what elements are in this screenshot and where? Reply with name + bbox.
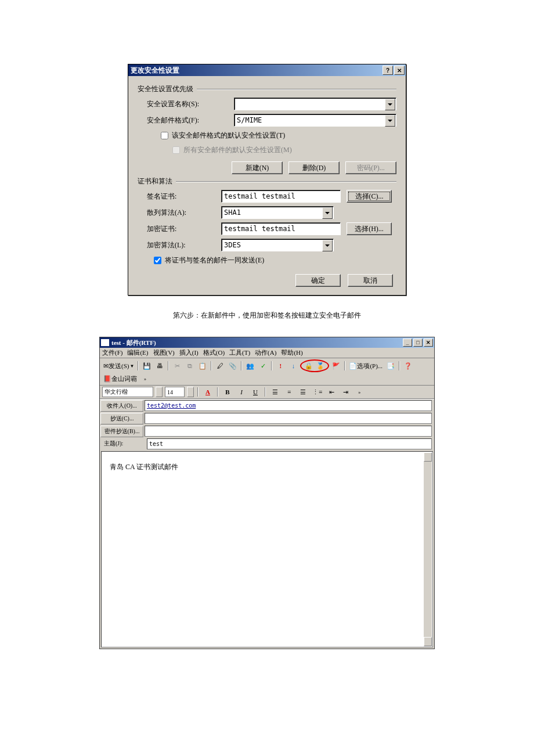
mail-body-text: 青岛 CA 证书测试邮件 [110, 462, 424, 472]
dialog-titlebar: 更改安全性设置 ? ✕ [128, 64, 406, 76]
align-center-icon[interactable]: ≡ [283, 387, 295, 397]
subject-label: 主题(J): [100, 438, 146, 449]
importance-high-icon[interactable]: ! [275, 361, 286, 371]
menu-tools[interactable]: 工具(T) [229, 348, 250, 357]
size-select[interactable]: 14 [165, 387, 185, 397]
default-all-check-label: 所有安全邮件的默认安全性设置(M) [183, 145, 292, 155]
enc-cert-field[interactable]: testmail testmail [221, 222, 341, 235]
bullets-icon[interactable]: ⋮≡ [311, 387, 323, 397]
menu-file[interactable]: 文件(F) [102, 348, 122, 357]
chevron-down-icon[interactable] [385, 115, 395, 127]
font-color-icon[interactable]: A [202, 387, 214, 397]
chevron-down-icon[interactable] [385, 99, 395, 110]
close-button[interactable]: ✕ [394, 66, 405, 75]
cert-group-label: 证书和算法 [138, 177, 396, 186]
signature-icon[interactable]: 🖊 [214, 361, 226, 371]
choose-sign-cert-button[interactable]: 选择(C)... [347, 190, 392, 203]
checknames-icon[interactable]: ✓ [257, 361, 269, 371]
bcc-field[interactable] [145, 426, 432, 437]
menu-insert[interactable]: 插入(I) [179, 348, 199, 357]
send-cert-checkbox[interactable] [154, 257, 161, 264]
font-select-value: 华文行楷 [104, 388, 128, 396]
help-icon[interactable]: ❓ [402, 361, 414, 371]
toolbar-chevron-icon[interactable]: » [139, 373, 151, 384]
chevron-down-icon[interactable] [156, 387, 163, 397]
mail-titlebar: test - 邮件(RTF) _ □ ✕ [100, 337, 434, 348]
scrollbar[interactable] [424, 452, 432, 646]
to-button[interactable]: 收件人(O)... [100, 400, 143, 412]
minimize-button[interactable]: _ [403, 339, 412, 347]
addressbook-icon[interactable]: 👥 [244, 361, 256, 371]
default-all-checkbox[interactable] [172, 146, 180, 154]
to-value: test2@test.com [147, 402, 196, 409]
align-left-icon[interactable]: ☰ [269, 387, 281, 397]
menu-view[interactable]: 视图(V) [153, 348, 175, 357]
default-format-check-label: 该安全邮件格式的默认安全性设置(T) [172, 131, 285, 141]
enc-cert-value: testmail testmail [224, 225, 295, 233]
print-icon[interactable]: 🖶 [154, 361, 165, 371]
menu-format[interactable]: 格式(O) [203, 348, 225, 357]
mail-format-label: 安全邮件格式(F): [138, 116, 234, 125]
subject-value: test [149, 441, 163, 447]
sign-cert-field[interactable]: testmail testmail [221, 190, 341, 203]
enc-algo-value: 3DES [224, 241, 241, 249]
align-right-icon[interactable]: ☰ [297, 387, 309, 397]
maximize-button[interactable]: □ [413, 339, 423, 347]
menu-help[interactable]: 帮助(H) [281, 348, 302, 357]
toolbar-chevron-icon[interactable]: » [353, 387, 365, 397]
font-select[interactable]: 华文行楷 [102, 387, 153, 397]
paste-icon[interactable]: 📋 [197, 361, 208, 371]
chevron-down-icon[interactable] [322, 240, 333, 251]
save-icon[interactable]: 💾 [141, 361, 153, 371]
cc-button[interactable]: 抄送(C)... [100, 413, 143, 424]
default-format-checkbox[interactable] [161, 132, 168, 139]
indent-icon[interactable]: ⇥ [340, 387, 351, 397]
mail-body-area[interactable]: 青岛 CA 证书测试邮件 [101, 451, 433, 647]
subject-field[interactable]: test [147, 438, 432, 449]
priority-group-label: 安全性设置优先级 [138, 84, 396, 94]
enc-algo-select[interactable]: 3DES [221, 239, 334, 251]
ok-button[interactable]: 确定 [295, 274, 341, 287]
dialog-title: 更改安全性设置 [131, 66, 381, 75]
flag-icon[interactable]: 🚩 [330, 361, 342, 371]
send-button-label: 发送(S) [109, 362, 129, 370]
template-icon[interactable]: 📑 [385, 361, 396, 371]
sign-icon[interactable]: 🏅 [315, 361, 326, 371]
scroll-up-icon[interactable] [424, 452, 432, 462]
new-button[interactable]: 新建(N) [232, 161, 283, 174]
mail-window-title: test - 邮件(RTF) [111, 339, 402, 347]
mail-format-value: S/MIME [237, 116, 262, 124]
to-field[interactable]: test2@test.com [145, 400, 432, 411]
cut-icon[interactable]: ✂ [171, 361, 183, 371]
choose-enc-cert-button[interactable]: 选择(H)... [347, 222, 392, 235]
dictionary-button[interactable]: 📕金山词霸 [102, 373, 138, 384]
cancel-button[interactable]: 取消 [348, 274, 393, 287]
hash-algo-select[interactable]: SHA1 [221, 206, 334, 219]
setting-name-select[interactable] [234, 98, 396, 110]
encrypt-icon[interactable]: 🔒 [303, 361, 315, 371]
close-button[interactable]: ✕ [424, 339, 433, 347]
enc-cert-label: 加密证书: [138, 224, 221, 234]
importance-low-icon[interactable]: ↓ [287, 361, 299, 371]
scroll-down-icon[interactable] [424, 637, 432, 646]
attach-icon[interactable]: 📎 [227, 361, 239, 371]
cc-field[interactable] [145, 413, 432, 424]
mail-format-select[interactable]: S/MIME [234, 114, 396, 127]
italic-icon[interactable]: I [236, 387, 247, 397]
chevron-down-icon[interactable] [187, 387, 194, 397]
delete-button[interactable]: 删除(D) [288, 161, 340, 174]
copy-icon[interactable]: ⧉ [184, 361, 196, 371]
menu-actions[interactable]: 动作(A) [255, 348, 276, 357]
header-fields: 收件人(O)... test2@test.com 抄送(C)... 密件抄送(B… [100, 399, 434, 450]
send-button[interactable]: ✉发送(S) ▼ [102, 361, 135, 371]
step-caption: 第六步：在新邮件中，使用加密和签名按钮建立安全电子邮件 [0, 311, 534, 321]
help-button[interactable]: ? [383, 66, 393, 75]
password-button[interactable]: 密码(P)... [345, 161, 396, 174]
outdent-icon[interactable]: ⇤ [326, 387, 337, 397]
chevron-down-icon[interactable] [322, 207, 333, 219]
bold-icon[interactable]: B [222, 387, 233, 397]
menu-edit[interactable]: 编辑(E) [127, 348, 148, 357]
options-button[interactable]: 📄选项(P)... [348, 361, 384, 371]
bcc-button[interactable]: 密件抄送(B)... [100, 426, 143, 437]
underline-icon[interactable]: U [250, 387, 261, 397]
